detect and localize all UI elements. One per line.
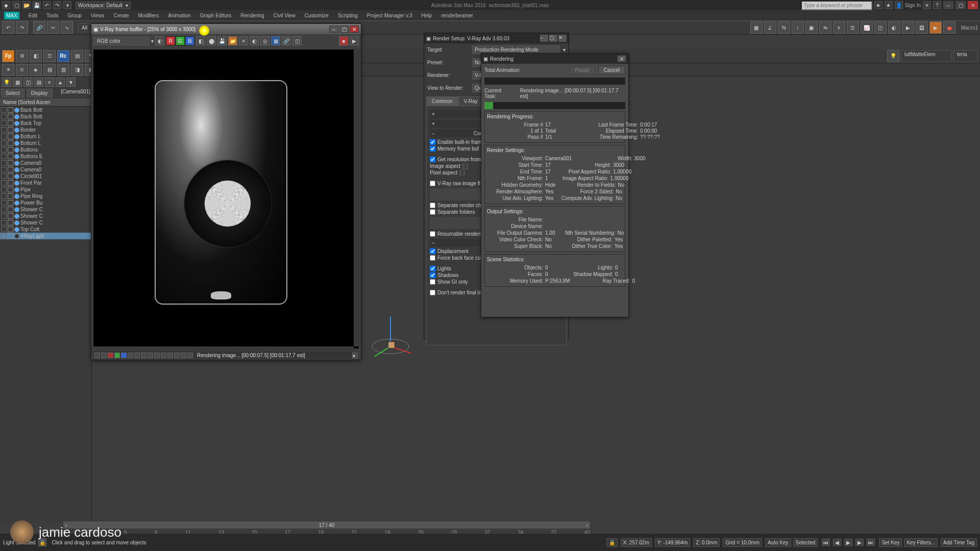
user-icon[interactable]: 👤 — [895, 1, 903, 9]
light-list-icon[interactable]: 💡 — [2, 78, 11, 87]
vfb-g-channel[interactable]: G — [176, 36, 185, 45]
vfb-swatch-5[interactable] — [121, 353, 127, 358]
undo-icon[interactable]: ↶ — [2, 21, 14, 34]
sel-lock-icon[interactable]: 🔒 — [606, 538, 618, 547]
vfb-b-channel[interactable]: B — [185, 36, 194, 45]
vfb-dup-icon[interactable]: ◐ — [250, 36, 259, 45]
align-icon[interactable]: ≡ — [833, 21, 845, 34]
menu-project-manager[interactable]: Project Manager v.3 — [367, 13, 412, 18]
visibility-toggle[interactable] — [1, 173, 7, 179]
rendered-frame-icon[interactable]: 🖼 — [916, 21, 928, 34]
exchange-icon[interactable]: ✕ — [923, 1, 931, 9]
menu-customize[interactable]: Customize — [305, 13, 329, 18]
layer-tool-3[interactable]: ◈ — [30, 64, 42, 76]
key-filters-button[interactable]: Key Filters... — [904, 538, 938, 547]
vfb-swatch-1[interactable] — [94, 353, 100, 358]
vfb-swatch-10[interactable] — [154, 353, 160, 358]
chk-gi-only[interactable] — [430, 279, 435, 285]
layers-icon[interactable]: ☰ — [847, 21, 859, 34]
cancel-button[interactable]: Cancel — [598, 66, 625, 74]
play-icon[interactable]: ▶ — [843, 538, 853, 547]
chk-get-resolution[interactable] — [430, 157, 435, 162]
plus-icon[interactable]: + — [432, 111, 435, 117]
visibility-toggle[interactable] — [1, 213, 7, 219]
image-aspect-input[interactable] — [462, 163, 468, 169]
spinner-snap-icon[interactable]: ↕ — [792, 21, 804, 34]
tree-item[interactable]: Buttons — [0, 146, 91, 153]
render-icon[interactable]: ▶ — [929, 21, 942, 34]
menu-scripting[interactable]: Scripting — [338, 13, 358, 18]
rendering-dialog[interactable]: ▣ Rendering ✕ Total Animation: Pause Can… — [481, 53, 629, 317]
percent-snap-icon[interactable]: % — [778, 21, 790, 34]
vfb-render-icon[interactable]: ▶ — [350, 36, 359, 45]
chk-lights[interactable] — [430, 266, 435, 271]
bind-icon[interactable]: ∿ — [61, 21, 73, 34]
freeze-toggle[interactable] — [8, 207, 13, 212]
minus-icon[interactable]: – — [432, 240, 435, 245]
tree-item[interactable]: Camera0 — [0, 166, 91, 173]
menu-help[interactable]: Help — [422, 13, 432, 18]
context-tab-1[interactable]: lultMatteElem — [901, 50, 952, 62]
freeze-toggle[interactable] — [8, 233, 13, 239]
menu-create[interactable]: Create — [114, 13, 129, 18]
tool-icon-4[interactable]: ▤ — [71, 50, 83, 62]
visibility-toggle[interactable] — [1, 114, 7, 119]
vfb-swatch-7[interactable] — [134, 353, 140, 358]
vfb-r-channel[interactable]: R — [166, 36, 175, 45]
visibility-toggle[interactable] — [1, 207, 7, 212]
tree-item[interactable]: VRayLight — [0, 233, 91, 239]
workspace-selector[interactable]: Workspace: Default ▾ — [76, 2, 131, 9]
freeze-toggle[interactable] — [8, 180, 13, 186]
snap-icon[interactable]: ▦ — [750, 21, 763, 34]
visibility-toggle[interactable] — [1, 167, 7, 172]
tree-item[interactable]: Front Par — [0, 180, 91, 186]
tree-item[interactable]: Back Bott — [0, 107, 91, 113]
angle-snap-icon[interactable]: ∠ — [764, 21, 776, 34]
vfb-swatch-3[interactable] — [108, 353, 113, 358]
vfb-close-button[interactable]: ✕ — [350, 26, 359, 33]
rc-button[interactable]: Rc — [57, 50, 69, 62]
list-icon6[interactable]: ▲ — [56, 78, 65, 87]
visibility-toggle[interactable] — [1, 200, 7, 206]
unlink-icon[interactable]: ✂ — [47, 21, 59, 34]
vfb-swatch-12[interactable] — [167, 353, 173, 358]
visibility-toggle[interactable] — [1, 147, 7, 153]
vfb-swatch-6[interactable] — [128, 353, 133, 358]
freeze-toggle[interactable] — [8, 120, 13, 126]
vfb-track-icon[interactable]: ◎ — [260, 36, 270, 45]
pause-button[interactable]: Pause — [570, 66, 595, 74]
tree-item[interactable]: Shower C — [0, 219, 91, 226]
tree-item[interactable]: Buttons E — [0, 153, 91, 160]
rs-maximize-button[interactable]: ▢ — [549, 35, 557, 42]
layer-tool-6[interactable]: ◨ — [71, 64, 83, 76]
viewcube-gizmo[interactable] — [368, 314, 413, 360]
list-icon7[interactable]: ▼ — [66, 78, 76, 87]
freeze-toggle[interactable] — [8, 147, 13, 153]
timeline[interactable]: ‹ 17 / 40 › 0358111315171921242629323437… — [61, 520, 592, 534]
plus-icon[interactable]: + — [432, 121, 435, 127]
layer-tool-5[interactable]: ▥ — [57, 64, 69, 76]
visibility-toggle[interactable] — [1, 134, 7, 139]
vfb-channel-select[interactable]: RGB color — [93, 37, 150, 45]
tab-select[interactable]: Select — [1, 89, 24, 97]
freeze-toggle[interactable] — [8, 154, 13, 159]
list-icon2[interactable]: ▦ — [13, 78, 22, 87]
next-frame-icon[interactable]: ▶ — [854, 538, 865, 547]
open-icon[interactable]: 📂 — [22, 1, 31, 9]
rendering-close-button[interactable]: ✕ — [617, 55, 626, 62]
freeze-toggle[interactable] — [8, 127, 13, 133]
chk-raw-image[interactable] — [430, 181, 435, 186]
lightbulb-icon[interactable]: 💡 — [887, 50, 899, 62]
max-menu-icon[interactable]: MAX — [4, 12, 19, 19]
material-editor-icon[interactable]: ◐ — [888, 21, 900, 34]
menu-edit[interactable]: Edit — [29, 13, 37, 18]
vfb-link-icon[interactable]: 🔗 — [282, 36, 291, 45]
sign-in-link[interactable]: Sign In — [905, 3, 921, 8]
vfb-swatch-4[interactable] — [114, 353, 120, 358]
vfb-swatch-14[interactable] — [181, 353, 186, 358]
mirror-icon[interactable]: ⇋ — [819, 21, 831, 34]
chk-final-image[interactable] — [430, 290, 435, 295]
list-icon5[interactable]: ≡ — [45, 78, 54, 87]
tool-icon-2[interactable]: ◧ — [30, 50, 42, 62]
visibility-toggle[interactable] — [1, 180, 7, 186]
